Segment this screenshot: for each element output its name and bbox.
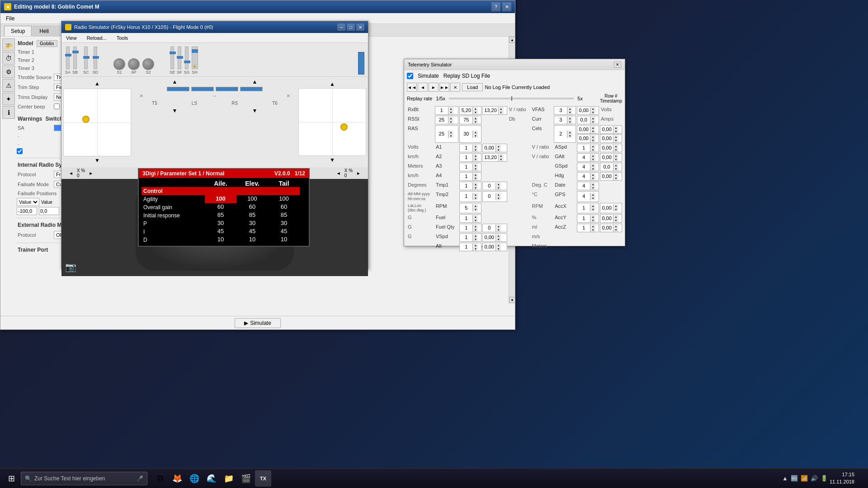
- rxbt-val1-down[interactable]: ▼: [472, 111, 478, 114]
- ras-up[interactable]: ▲: [448, 131, 453, 134]
- fuel-mult-spin[interactable]: 1 ▲ ▼: [459, 214, 481, 223]
- rssi-down[interactable]: ▼: [448, 120, 453, 124]
- rxbt-val2-spin[interactable]: 13,20 ▲ ▼: [482, 106, 507, 115]
- model-value[interactable]: Goblin: [37, 40, 57, 47]
- left-stick-box[interactable]: [63, 89, 131, 156]
- left-arrow-down[interactable]: ▼: [94, 157, 100, 164]
- slider-sc-track[interactable]: [84, 47, 88, 69]
- knob-s1-visual[interactable]: [113, 58, 125, 70]
- accz-val-spin[interactable]: 0,00 ▲ ▼: [600, 224, 622, 232]
- hdg-mult-spin[interactable]: 4 ▲ ▼: [577, 172, 599, 181]
- aspd-mult-spin[interactable]: 1 ▲ ▼: [577, 144, 599, 152]
- tray-battery[interactable]: 🔋: [821, 475, 828, 482]
- vfas-down[interactable]: ▼: [567, 111, 572, 114]
- fuelqty-val-spin[interactable]: 0 ▲ ▼: [482, 224, 507, 232]
- curr-val-down[interactable]: ▼: [590, 120, 595, 124]
- vspd-val-spin[interactable]: 0,00 ▲ ▼: [482, 233, 507, 242]
- arrow-down-1[interactable]: ▼: [172, 108, 178, 114]
- ras-down[interactable]: ▼: [448, 134, 453, 138]
- arrow-up-1[interactable]: ▲: [172, 79, 178, 85]
- cels-down[interactable]: ▼: [567, 134, 572, 138]
- load-button[interactable]: Load: [462, 83, 483, 91]
- radio-sim-close[interactable]: ✕: [356, 23, 364, 31]
- cels-mult-spin[interactable]: 2 ▲ ▼: [554, 125, 576, 143]
- hslider-4[interactable]: [240, 87, 263, 91]
- cels-val1[interactable]: 0,00 ▲ ▼: [577, 125, 599, 134]
- cels-up[interactable]: ▲: [567, 131, 572, 134]
- vfas-mult-spin[interactable]: 3 ▲ ▼: [554, 106, 576, 115]
- tmp2-val-spin[interactable]: 0 ▲ ▼: [482, 191, 507, 202]
- curr-mult-spin[interactable]: 3 ▲ ▼: [554, 116, 576, 124]
- galt-val-spin[interactable]: 0,00 ▲ ▼: [600, 153, 622, 162]
- tools-menu[interactable]: Tools: [114, 34, 131, 42]
- vfas-val-down[interactable]: ▼: [590, 111, 595, 114]
- vfas-val-spin[interactable]: 0,00 ▲ ▼: [577, 106, 599, 115]
- app-edge[interactable]: 🌊: [203, 470, 220, 487]
- knob-6p-visual[interactable]: [128, 58, 140, 70]
- rxbt-val2-up[interactable]: ▲: [498, 107, 504, 111]
- icon-settings[interactable]: ⚙: [2, 66, 15, 78]
- accz-mult-spin[interactable]: 1 ▲ ▼: [577, 224, 599, 232]
- nav-first[interactable]: ◄◄: [407, 83, 417, 92]
- center-beep-checkbox[interactable]: [54, 103, 60, 109]
- date-mult-spin[interactable]: 4 ▲ ▼: [577, 182, 599, 190]
- hslider-1[interactable]: [167, 87, 189, 91]
- hdg-val-spin[interactable]: 0,00 ▲ ▼: [600, 172, 622, 181]
- a1-val-spin[interactable]: 0,00 ▲ ▼: [482, 144, 507, 152]
- curr-val-up[interactable]: ▲: [590, 117, 595, 120]
- icon-timer[interactable]: ⏱: [2, 52, 15, 65]
- menu-file[interactable]: File: [2, 14, 18, 23]
- slider-sb-track[interactable]: [73, 47, 77, 69]
- slider-sf-track[interactable]: [178, 47, 181, 69]
- start-button[interactable]: ⊞: [2, 470, 21, 487]
- accx-mult-spin[interactable]: 1 ▲ ▼: [577, 203, 599, 214]
- left-arrow-pct[interactable]: ◄: [69, 171, 73, 176]
- taskview-icon[interactable]: ⧉: [152, 470, 168, 487]
- cels-val4[interactable]: 0,00 ▲ ▼: [600, 134, 622, 143]
- failsafe-input2[interactable]: [39, 207, 59, 215]
- curr-up[interactable]: ▲: [567, 117, 572, 120]
- replay-rate-slider[interactable]: [449, 98, 574, 99]
- vfas-up[interactable]: ▲: [567, 107, 572, 111]
- slider-sd-track[interactable]: [94, 47, 97, 69]
- row-aile-agility[interactable]: 100: [205, 195, 236, 203]
- nav-next[interactable]: ►: [429, 83, 439, 92]
- hslider-2[interactable]: [191, 87, 214, 91]
- alt-val-spin[interactable]: 0,00 ▲ ▼: [482, 243, 507, 251]
- accx-val-spin[interactable]: 0,00 ▲ ▼: [600, 203, 622, 214]
- hslider-3[interactable]: [216, 87, 238, 91]
- rssi-up[interactable]: ▲: [448, 117, 453, 120]
- tray-volume[interactable]: 🔊: [811, 475, 818, 482]
- rxbt-down[interactable]: ▼: [448, 111, 453, 114]
- a2-val-spin[interactable]: 13,20 ▲ ▼: [482, 153, 507, 162]
- search-bar[interactable]: 🔍 Zur Suche Text hier eingeben 🎤: [21, 472, 147, 485]
- show-desktop-btn[interactable]: [856, 470, 863, 487]
- rxbt-up[interactable]: ▲: [448, 107, 453, 111]
- rssi-val-spin[interactable]: 75 ▲ ▼: [459, 116, 481, 124]
- warnings-checkbox[interactable]: [17, 148, 23, 154]
- tmp1-mult-spin[interactable]: 1 ▲ ▼: [459, 182, 481, 190]
- vspd-mult-spin[interactable]: 1 ▲ ▼: [459, 233, 481, 242]
- radio-sim-minimize[interactable]: ─: [337, 23, 345, 31]
- arrow-up-2[interactable]: ▲: [252, 79, 258, 85]
- rssi-val-down[interactable]: ▼: [472, 120, 478, 124]
- gspd-mult-spin[interactable]: 4 ▲ ▼: [577, 163, 599, 171]
- tray-network[interactable]: 📶: [801, 475, 808, 482]
- failsafe-select[interactable]: Value: [17, 198, 39, 206]
- slider-sg-track[interactable]: [185, 47, 189, 69]
- mic-icon[interactable]: 🎤: [137, 475, 143, 482]
- right-arrow-up[interactable]: ▲: [330, 81, 335, 87]
- tab-heli[interactable]: Heli: [33, 26, 56, 36]
- rxbt-val1-spin[interactable]: 5,20 ▲ ▼: [459, 106, 481, 115]
- tray-lang[interactable]: 🔤: [791, 475, 798, 482]
- nav-stop[interactable]: ✕: [450, 83, 460, 92]
- nav-last[interactable]: ►►: [439, 83, 449, 92]
- help-button[interactable]: ?: [491, 2, 500, 11]
- simulate-button[interactable]: ▶ Simulate: [235, 318, 281, 328]
- scroll-up[interactable]: ▲: [509, 37, 515, 43]
- slider-sa-track[interactable]: [66, 47, 70, 69]
- icon-info[interactable]: ℹ: [2, 106, 15, 119]
- ras-val-down[interactable]: ▼: [472, 134, 478, 138]
- rxbt-val2-down[interactable]: ▼: [498, 111, 504, 114]
- failsafe-input1[interactable]: [17, 207, 37, 215]
